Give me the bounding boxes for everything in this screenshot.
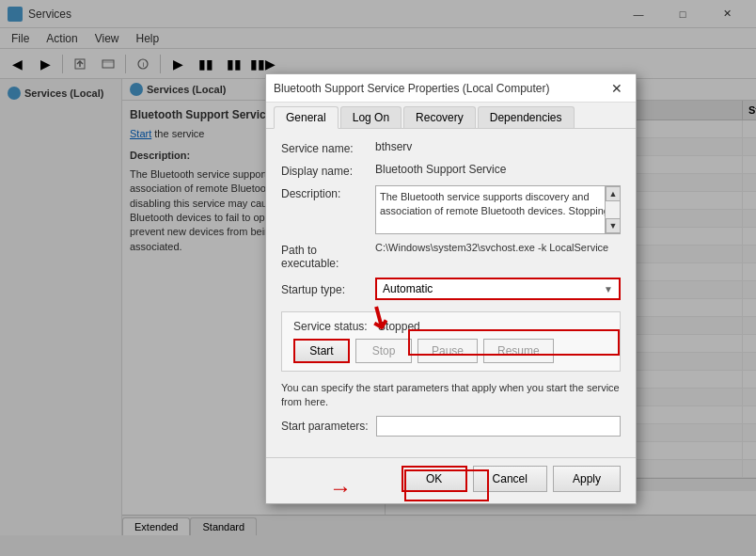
pause-button[interactable]: Pause <box>417 339 478 363</box>
scroll-up-arrow[interactable]: ▲ <box>606 186 621 201</box>
startup-type-row: Startup type: Automatic ▼ <box>281 278 621 300</box>
path-value: C:\Windows\system32\svchost.exe -k Local… <box>375 242 608 253</box>
startup-type-label: Startup type: <box>281 281 375 296</box>
display-name-row: Display name: Bluetooth Support Service <box>281 163 621 178</box>
dialog: Bluetooth Support Service Properties (Lo… <box>265 73 637 504</box>
params-label: Start parameters: <box>281 420 369 433</box>
description-field: The Bluetooth service supports discovery… <box>375 185 621 234</box>
stop-button[interactable]: Stop <box>355 339 412 363</box>
params-row: Start parameters: <box>281 416 621 437</box>
service-name-row: Service name: bthserv <box>281 140 621 155</box>
resume-button[interactable]: Resume <box>483 339 554 363</box>
cancel-button[interactable]: Cancel <box>473 466 547 492</box>
dialog-tab-dependencies[interactable]: Dependencies <box>478 106 575 128</box>
dialog-content: Service name: bthserv Display name: Blue… <box>266 129 636 457</box>
status-value: Stopped <box>378 320 420 333</box>
status-buttons: Start Stop Pause Resume <box>293 339 608 363</box>
dialog-tab-general[interactable]: General <box>274 106 339 129</box>
ok-button[interactable]: OK <box>402 466 467 492</box>
dialog-tab-logon[interactable]: Log On <box>340 106 402 128</box>
description-text: The Bluetooth service supports discovery… <box>380 191 609 216</box>
service-name-value: bthserv <box>375 140 621 153</box>
status-label: Service status: <box>293 320 368 333</box>
description-row: Description: The Bluetooth service suppo… <box>281 185 621 234</box>
dialog-close-button[interactable]: ✕ <box>606 77 628 100</box>
startup-type-value: Automatic <box>383 282 433 295</box>
dialog-tabs: General Log On Recovery Dependencies <box>266 103 636 129</box>
dialog-title: Bluetooth Support Service Properties (Lo… <box>274 82 549 95</box>
display-name-value: Bluetooth Support Service <box>375 163 621 176</box>
dialog-buttons: OK Cancel Apply <box>266 457 636 503</box>
modal-overlay: Bluetooth Support Service Properties (Lo… <box>0 0 756 556</box>
dialog-title-bar: Bluetooth Support Service Properties (Lo… <box>266 74 636 103</box>
description-field-label: Description: <box>281 185 375 200</box>
path-label: Path to executable: <box>281 242 375 270</box>
path-row: Path to executable: C:\Windows\system32\… <box>281 242 621 270</box>
apply-button[interactable]: Apply <box>553 466 621 492</box>
startup-type-dropdown[interactable]: Automatic ▼ <box>375 278 621 300</box>
params-note: You can specify the start parameters tha… <box>281 381 621 410</box>
dialog-tab-recovery[interactable]: Recovery <box>403 106 476 128</box>
params-input[interactable] <box>376 416 621 437</box>
status-section: Service status: Stopped Start Stop Pause… <box>281 311 621 372</box>
status-label-text: Service status: Stopped <box>293 320 608 333</box>
params-section: You can specify the start parameters tha… <box>281 381 621 437</box>
display-name-label: Display name: <box>281 163 375 178</box>
service-name-label: Service name: <box>281 140 375 155</box>
scroll-down-arrow[interactable]: ▼ <box>606 218 621 233</box>
start-button[interactable]: Start <box>293 339 350 363</box>
description-scrollbar[interactable]: ▲ ▼ <box>605 186 620 233</box>
dropdown-arrow-icon: ▼ <box>604 284 613 294</box>
